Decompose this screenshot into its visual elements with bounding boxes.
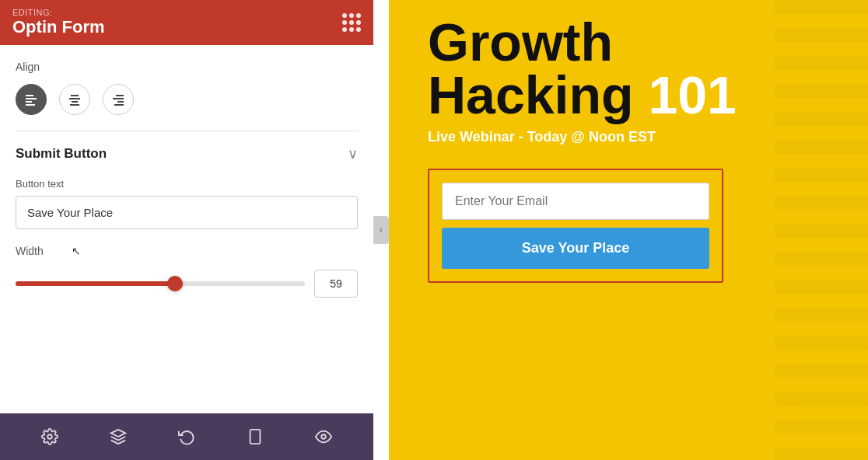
svg-rect-3 (26, 104, 35, 106)
slider-thumb[interactable] (167, 276, 183, 291)
button-text-label: Button text (16, 178, 358, 190)
hero-title-line2: Hacking (428, 65, 634, 124)
svg-rect-7 (70, 104, 79, 106)
svg-rect-10 (117, 101, 124, 103)
slider-value: 59 (330, 277, 342, 290)
slider-wrap (16, 276, 305, 291)
slider-track (16, 281, 305, 286)
preview-button[interactable] (308, 421, 339, 452)
dots-grid-icon[interactable] (342, 13, 361, 32)
align-center-button[interactable] (59, 84, 90, 115)
submit-button[interactable]: Save Your Place (442, 228, 709, 269)
settings-button[interactable] (34, 421, 65, 452)
editing-label: EDITING: (12, 8, 105, 17)
slider-container: 59 (16, 270, 358, 298)
optin-form: Save Your Place (428, 169, 723, 283)
gear-icon (41, 428, 58, 445)
svg-rect-5 (69, 98, 80, 99)
collapse-arrow-icon: ‹ (380, 225, 383, 235)
panel-header: EDITING: Optin Form (0, 0, 373, 45)
history-icon (178, 428, 195, 445)
email-input[interactable] (442, 183, 709, 220)
svg-point-16 (321, 434, 326, 439)
panel-collapse-notch: ‹ (373, 0, 389, 460)
svg-rect-6 (72, 101, 78, 103)
svg-rect-0 (26, 95, 33, 96)
align-left-icon (25, 93, 37, 106)
mobile-button[interactable] (240, 421, 271, 452)
align-right-button[interactable] (103, 84, 134, 115)
chevron-down-icon[interactable]: ∨ (348, 145, 358, 162)
svg-rect-11 (114, 104, 124, 106)
svg-rect-4 (71, 95, 79, 96)
button-text-input[interactable] (16, 196, 358, 229)
divider (16, 131, 358, 131)
bottom-toolbar (0, 413, 373, 460)
svg-rect-9 (113, 98, 124, 99)
svg-marker-13 (111, 430, 125, 437)
panel-title: Optin Form (12, 17, 105, 37)
align-left-button[interactable] (16, 84, 47, 115)
align-right-icon (112, 93, 124, 106)
layers-button[interactable] (103, 421, 134, 452)
svg-rect-2 (26, 101, 32, 103)
hero-title-number-display: 101 (648, 65, 736, 124)
cursor-icon: ↖ (72, 245, 81, 257)
svg-rect-1 (26, 98, 37, 99)
slider-fill (16, 281, 175, 286)
right-panel: Growth Hacking 101 Live Webinar - Today … (389, 0, 868, 460)
hero-subtitle: Live Webinar - Today @ Noon EST (428, 129, 837, 145)
svg-rect-14 (250, 430, 261, 444)
eye-icon (315, 428, 332, 445)
layers-icon (110, 428, 127, 445)
submit-button-label: Save Your Place (522, 240, 629, 256)
collapse-arrow-button[interactable]: ‹ (373, 216, 389, 244)
align-center-icon (68, 93, 81, 106)
align-label: Align (16, 61, 358, 73)
mobile-icon (247, 428, 264, 445)
svg-point-12 (47, 434, 52, 439)
svg-rect-8 (116, 95, 124, 96)
hero-title-line1: Growth (428, 12, 613, 71)
panel-header-text: EDITING: Optin Form (12, 8, 105, 37)
width-label: Width (16, 245, 62, 257)
align-row (16, 84, 358, 115)
submit-button-section-header: Submit Button ∨ (16, 145, 358, 162)
panel-content: Align (0, 45, 373, 413)
slider-value-box: 59 (314, 270, 358, 298)
hero-title: Growth Hacking 101 (428, 16, 837, 121)
left-panel: EDITING: Optin Form Align (0, 0, 373, 460)
submit-button-section-title: Submit Button (16, 146, 107, 162)
width-row: Width ↖ (16, 245, 358, 257)
history-button[interactable] (171, 421, 202, 452)
